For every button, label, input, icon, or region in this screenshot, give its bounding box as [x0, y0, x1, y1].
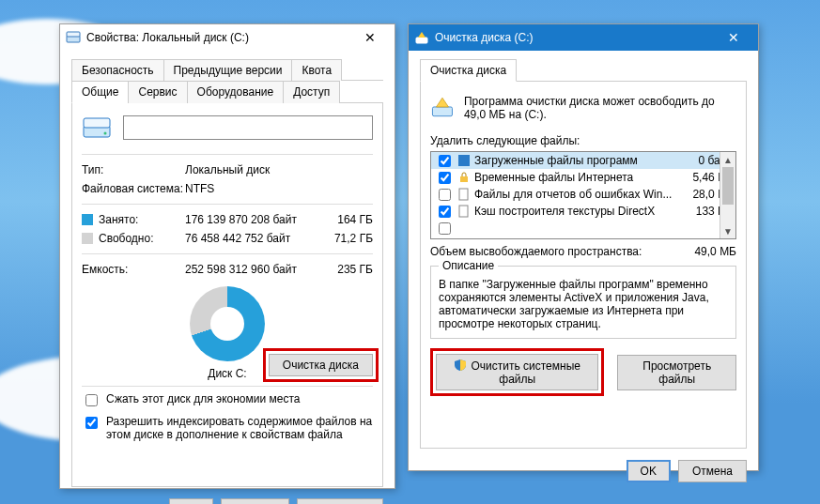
drive-icon: [66, 30, 81, 45]
file-item[interactable]: [431, 220, 735, 237]
tab-sharing[interactable]: Доступ: [283, 81, 340, 103]
free-swatch-icon: [82, 233, 93, 244]
file-list[interactable]: Загруженные файлы программ 0 байт Времен…: [430, 151, 736, 239]
highlight-sysfiles: Очистить системные файлы: [430, 348, 604, 396]
file-checkbox[interactable]: [439, 206, 451, 218]
file-name: Загруженные файлы программ: [474, 154, 675, 167]
window-title: Очистка диска (C:): [435, 31, 715, 44]
view-files-button[interactable]: Просмотреть файлы: [617, 355, 736, 390]
tab-cleanup[interactable]: Очистка диска: [420, 59, 517, 82]
svg-rect-6: [432, 107, 452, 116]
description-text: В папке "Загруженные файлы программ" вре…: [439, 278, 728, 330]
scroll-up-icon[interactable]: ▲: [720, 152, 735, 167]
free-size: 71,2 ГБ: [317, 232, 373, 245]
svg-rect-1: [67, 32, 80, 37]
drive-large-icon: [82, 113, 112, 143]
titlebar: Свойства: Локальный диск (C:) ✕: [60, 24, 395, 51]
cleanup-tabs: Очистка диска: [420, 58, 747, 82]
index-label: Разрешить индексировать содержимое файло…: [106, 415, 373, 441]
file-checkbox[interactable]: [439, 155, 451, 167]
scroll-thumb[interactable]: [722, 167, 734, 205]
used-swatch-icon: [82, 214, 93, 225]
file-checkbox[interactable]: [439, 222, 451, 235]
svg-rect-5: [416, 38, 427, 43]
highlight-cleanup: Очистка диска: [263, 348, 379, 382]
tab-row-top: Безопасность Предыдущие версии Квота: [71, 58, 383, 81]
file-name: Кэш построителя текстуры DirectX: [474, 205, 675, 218]
index-checkbox-input[interactable]: [85, 417, 98, 429]
description-group: Описание В папке "Загруженные файлы прог…: [430, 266, 736, 339]
svg-rect-3: [84, 118, 110, 128]
free-space-value: 49,0 МБ: [694, 245, 736, 258]
file-name: Файлы для отчетов об ошибках Win...: [474, 188, 675, 201]
tab-security[interactable]: Безопасность: [71, 59, 164, 81]
free-bytes: 76 458 442 752 байт: [185, 232, 317, 245]
apply-button[interactable]: Применить: [297, 498, 383, 504]
file-icon: [457, 188, 471, 201]
close-button[interactable]: ✕: [351, 24, 389, 51]
type-value: Локальный диск: [185, 163, 373, 176]
used-label: Занято:: [82, 213, 185, 226]
free-label: Свободно:: [82, 232, 185, 245]
cleanup-window: Очистка диска (C:) ✕ Очистка диска Прогр…: [408, 23, 759, 471]
cleanup-panel: Программа очистки диска может освободить…: [420, 82, 747, 449]
svg-rect-7: [458, 155, 470, 166]
scrollbar[interactable]: ▲ ▼: [719, 152, 735, 238]
file-checkbox[interactable]: [439, 172, 451, 184]
ok-button[interactable]: OK: [627, 460, 671, 482]
cleanup-message: Программа очистки диска может освободить…: [464, 95, 736, 125]
tab-hardware[interactable]: Оборудование: [187, 81, 285, 103]
svg-rect-10: [459, 206, 468, 217]
used-size: 164 ГБ: [317, 213, 373, 226]
fs-label: Файловая система:: [82, 182, 185, 195]
used-bytes: 176 139 870 208 байт: [185, 213, 317, 226]
tab-row-bottom: Общие Сервис Оборудование Доступ: [71, 80, 383, 103]
tab-previous-versions[interactable]: Предыдущие версии: [163, 59, 293, 81]
disk-cleanup-button[interactable]: Очистка диска: [269, 354, 373, 376]
file-item[interactable]: Кэш построителя текстуры DirectX 133 КБ: [431, 203, 735, 220]
file-item[interactable]: Файлы для отчетов об ошибках Win... 28,0…: [431, 186, 735, 203]
window-title: Свойства: Локальный диск (C:): [86, 31, 351, 44]
disk-caption: Диск C:: [208, 367, 246, 380]
titlebar: Очистка диска (C:) ✕: [409, 24, 758, 51]
capacity-size: 235 ГБ: [317, 263, 373, 276]
fs-value: NTFS: [185, 182, 373, 195]
file-item[interactable]: Временные файлы Интернета 5,46 КБ: [431, 169, 735, 186]
general-panel: Тип:Локальный диск Файловая система:NTFS…: [71, 103, 383, 487]
compress-label: Сжать этот диск для экономии места: [106, 392, 300, 405]
list-label: Удалить следующие файлы:: [430, 134, 736, 147]
cleanup-icon: [414, 30, 429, 45]
tab-tools[interactable]: Сервис: [128, 81, 187, 103]
file-item[interactable]: Загруженные файлы программ 0 байт: [431, 152, 735, 169]
svg-rect-8: [460, 176, 468, 182]
svg-rect-9: [459, 189, 468, 200]
properties-window: Свойства: Локальный диск (C:) ✕ Безопасн…: [59, 23, 395, 489]
description-title: Описание: [439, 259, 498, 272]
cancel-button[interactable]: Отмена: [678, 460, 747, 482]
file-icon: [457, 154, 471, 167]
file-checkbox[interactable]: [439, 189, 451, 201]
close-button[interactable]: ✕: [715, 24, 752, 51]
file-icon: [457, 205, 471, 218]
type-label: Тип:: [82, 163, 185, 176]
file-name: Временные файлы Интернета: [474, 171, 675, 184]
free-space-label: Объем высвобождаемого пространства:: [430, 245, 642, 258]
capacity-bytes: 252 598 312 960 байт: [185, 263, 317, 276]
capacity-label: Емкость:: [82, 263, 185, 276]
tab-general[interactable]: Общие: [71, 81, 129, 103]
cleanup-large-icon: [430, 95, 455, 125]
usage-pie-chart: [190, 286, 265, 361]
tab-quota[interactable]: Квота: [291, 59, 342, 81]
volume-name-input[interactable]: [123, 115, 373, 140]
compress-checkbox[interactable]: Сжать этот диск для экономии места: [82, 392, 373, 409]
scroll-down-icon[interactable]: ▼: [720, 223, 735, 238]
lock-icon: [457, 171, 471, 184]
shield-icon: [454, 359, 467, 372]
ok-button[interactable]: OK: [169, 498, 213, 504]
cancel-button[interactable]: Отмена: [221, 498, 289, 504]
index-checkbox[interactable]: Разрешить индексировать содержимое файло…: [82, 415, 373, 441]
svg-point-4: [104, 132, 107, 135]
clean-system-files-button[interactable]: Очистить системные файлы: [436, 354, 598, 390]
compress-checkbox-input[interactable]: [85, 394, 98, 406]
